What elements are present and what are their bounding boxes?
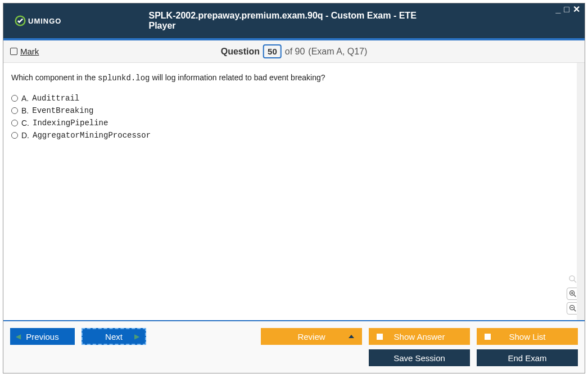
review-button[interactable]: Review (261, 328, 362, 345)
options-list: A. Audittrail B. EventBreaking C. Indexi… (11, 94, 577, 140)
radio-icon[interactable] (11, 95, 18, 102)
minimize-icon[interactable]: _ (555, 6, 560, 13)
option-letter: B. (21, 106, 29, 115)
app-window: UMINGO SPLK-2002.prepaway.premium.exam.9… (3, 3, 585, 374)
option-c[interactable]: C. IndexingPipeline (11, 119, 577, 127)
question-total: of 90 (285, 47, 305, 57)
btn-label: Previous (26, 332, 58, 341)
mark-toggle[interactable]: Mark (10, 47, 39, 56)
footer-row-1: ◀ Previous Next ▶ Review Show Answer Sho… (10, 328, 578, 345)
logo: UMINGO (15, 15, 61, 26)
square-icon (377, 334, 383, 340)
save-session-button[interactable]: Save Session (369, 349, 470, 366)
q-prefix: Which component in the (11, 73, 98, 82)
question-bar: Mark Question 50 of 90 (Exam A, Q17) (3, 40, 585, 63)
btn-label: Review (297, 332, 325, 341)
logo-text: UMINGO (28, 17, 61, 25)
option-d[interactable]: D. AggregatorMiningProcessor (11, 131, 577, 140)
question-text: Which component in the splunkd.log will … (11, 73, 577, 83)
btn-label: Save Session (393, 353, 445, 363)
window-title: SPLK-2002.prepaway.premium.exam.90q - Cu… (149, 11, 440, 31)
option-b[interactable]: B. EventBreaking (11, 106, 577, 115)
maximize-icon[interactable]: □ (564, 6, 569, 13)
btn-label: Show Answer (394, 332, 445, 341)
square-icon (485, 334, 491, 340)
option-text: Audittrail (32, 94, 79, 103)
radio-icon[interactable] (11, 107, 18, 114)
btn-label: Next (105, 332, 123, 341)
svg-line-2 (574, 280, 577, 283)
svg-line-4 (573, 294, 576, 297)
option-letter: C. (21, 119, 29, 127)
footer: ◀ Previous Next ▶ Review Show Answer Sho… (3, 320, 585, 373)
titlebar: UMINGO SPLK-2002.prepaway.premium.exam.9… (3, 3, 585, 38)
option-letter: A. (21, 94, 29, 103)
radio-icon[interactable] (11, 132, 18, 139)
q-code: splunkd.log (98, 74, 150, 83)
chevron-right-icon: ▶ (134, 333, 139, 340)
scrollbar[interactable] (577, 63, 585, 320)
end-exam-button[interactable]: End Exam (477, 349, 578, 366)
window-controls: _ □ ✕ (555, 6, 580, 13)
content-area: Which component in the splunkd.log will … (3, 63, 585, 320)
footer-row-2: Save Session End Exam (10, 349, 578, 366)
next-button[interactable]: Next ▶ (82, 328, 146, 345)
question-context: (Exam A, Q17) (308, 47, 367, 57)
btn-label: End Exam (508, 353, 546, 363)
show-list-button[interactable]: Show List (477, 328, 578, 345)
mark-label: Mark (20, 47, 39, 56)
q-suffix: will log information related to bad even… (150, 73, 325, 82)
option-letter: D. (21, 131, 29, 140)
question-word: Question (221, 47, 260, 57)
btn-label: Show List (509, 332, 545, 341)
option-text: IndexingPipeline (33, 119, 108, 127)
logo-icon (15, 15, 26, 26)
previous-button[interactable]: ◀ Previous (10, 328, 75, 345)
show-answer-button[interactable]: Show Answer (369, 328, 470, 345)
svg-line-8 (573, 309, 576, 311)
question-number: 50 (263, 44, 282, 58)
chevron-left-icon: ◀ (16, 333, 21, 340)
radio-icon[interactable] (11, 120, 18, 126)
option-text: EventBreaking (32, 106, 93, 115)
question-info: Question 50 of 90 (Exam A, Q17) (221, 44, 368, 58)
option-text: AggregatorMiningProcessor (33, 131, 151, 140)
close-icon[interactable]: ✕ (573, 6, 580, 13)
checkbox-icon[interactable] (10, 48, 17, 55)
option-a[interactable]: A. Audittrail (11, 94, 577, 103)
triangle-up-icon (349, 335, 354, 338)
